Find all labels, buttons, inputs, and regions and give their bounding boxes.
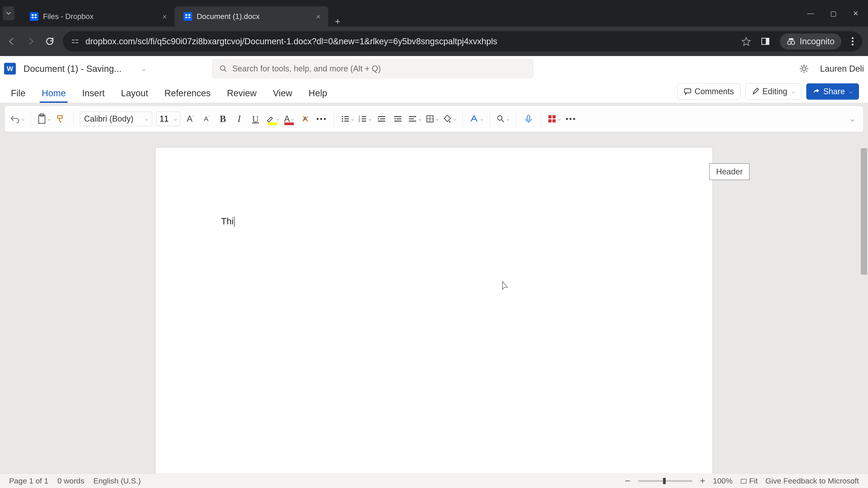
close-icon[interactable]: × [316, 12, 320, 21]
browser-tab-document[interactable]: Document (1).docx × [175, 6, 328, 27]
chevron-down-icon: ⌵ [792, 89, 795, 94]
incognito-badge[interactable]: Incognito [780, 33, 841, 50]
shrink-font-button[interactable]: Aˇ [200, 111, 213, 126]
url-text: dropbox.com/scl/fi/q5c90i07zi8bxargtcvoj… [86, 37, 497, 46]
paste-button[interactable]: ⌵ [37, 111, 51, 126]
tab-help[interactable]: Help [307, 85, 329, 103]
browser-menu-icon[interactable] [851, 37, 854, 46]
document-title[interactable]: Document (1) - Saving... [24, 64, 122, 74]
zoom-level[interactable]: 100% [713, 477, 733, 485]
tab-layout[interactable]: Layout [119, 85, 150, 103]
share-button[interactable]: Share ⌵ [806, 84, 859, 100]
comments-label: Comments [694, 87, 734, 96]
page-count[interactable]: Page 1 of 1 [9, 477, 49, 485]
word-online-app: W Document (1) - Saving... ⌵ Search for … [0, 56, 868, 474]
reload-button[interactable] [44, 35, 56, 47]
editing-mode-button[interactable]: Editing ⌵ [745, 84, 801, 100]
italic-button[interactable]: I [233, 111, 245, 126]
styles-button[interactable]: ⌵ [469, 111, 483, 126]
header-region-label[interactable]: Header [709, 163, 749, 180]
word-icon[interactable]: W [4, 63, 16, 74]
bold-button[interactable]: B [217, 111, 229, 126]
zoom-in-button[interactable]: + [700, 476, 705, 486]
site-settings-icon[interactable] [71, 37, 79, 45]
number-list-button[interactable]: 123⌵ [358, 111, 371, 126]
minimize-button[interactable]: — [807, 9, 814, 18]
grow-font-button[interactable]: Aˆ [184, 111, 196, 126]
close-window-button[interactable]: ✕ [853, 9, 859, 18]
maximize-button[interactable]: ▢ [830, 9, 837, 18]
svg-point-9 [852, 40, 854, 42]
format-painter-button[interactable] [55, 111, 67, 126]
svg-point-12 [802, 67, 806, 70]
designer-button[interactable]: ⌵ [548, 111, 561, 126]
back-button[interactable] [6, 35, 18, 47]
font-color-button[interactable]: A⌵ [283, 111, 295, 126]
bullet-list-button[interactable]: ⌵ [341, 111, 354, 126]
ribbon-tabs: File Home Insert Layout References Revie… [0, 81, 868, 103]
tab-home[interactable]: Home [40, 85, 68, 103]
underline-button[interactable]: U [249, 111, 261, 126]
find-button[interactable]: ⌵ [496, 111, 509, 126]
side-panel-icon[interactable] [761, 37, 770, 46]
collapse-ribbon-button[interactable]: ⌵ [846, 111, 858, 126]
document-canvas[interactable]: Header Thi [0, 135, 868, 474]
language-status[interactable]: English (U.S.) [93, 477, 141, 485]
tab-references[interactable]: References [162, 85, 213, 103]
new-tab-button[interactable]: + [328, 17, 347, 27]
more-font-button[interactable]: ••• [315, 111, 328, 126]
fit-button[interactable]: Fit [740, 477, 758, 485]
font-size-select[interactable]: 11⌵ [156, 111, 180, 126]
svg-rect-5 [766, 38, 769, 44]
tab-view[interactable]: View [271, 85, 294, 103]
align-button[interactable]: ⌵ [408, 111, 421, 126]
forward-button[interactable] [25, 35, 37, 47]
shading-button[interactable]: ⌵ [443, 111, 456, 126]
comments-button[interactable]: Comments [677, 84, 741, 100]
svg-rect-43 [548, 119, 552, 123]
tab-file[interactable]: File [9, 85, 27, 103]
more-commands-button[interactable]: ••• [565, 111, 577, 126]
incognito-icon [786, 37, 796, 46]
search-box[interactable]: Search for tools, help, and more (Alt + … [212, 59, 533, 78]
zoom-slider[interactable] [638, 480, 692, 482]
document-page[interactable]: Header Thi [155, 147, 713, 474]
title-chevron-icon[interactable]: ⌵ [142, 65, 146, 72]
tab-review[interactable]: Review [225, 85, 258, 103]
decrease-indent-button[interactable] [375, 111, 388, 126]
increase-indent-button[interactable] [392, 111, 404, 126]
dictate-button[interactable] [522, 111, 535, 126]
zoom-out-button[interactable]: − [625, 476, 630, 486]
svg-rect-26 [362, 119, 366, 119]
word-count[interactable]: 0 words [57, 477, 84, 485]
document-body-text[interactable]: Thi [221, 216, 235, 227]
tab-title: Files - Dropbox [43, 12, 158, 21]
vertical-scrollbar[interactable] [861, 148, 867, 275]
bookmark-star-icon[interactable] [741, 37, 751, 46]
tab-search-button[interactable] [3, 6, 14, 20]
zoom-thumb[interactable] [663, 478, 666, 484]
browser-tab-files[interactable]: Files - Dropbox × [21, 6, 175, 27]
browser-tab-strip: Files - Dropbox × Document (1).docx × + … [0, 0, 868, 27]
tab-insert[interactable]: Insert [80, 85, 106, 103]
svg-rect-33 [397, 119, 401, 119]
svg-rect-29 [378, 116, 385, 117]
feedback-link[interactable]: Give Feedback to Microsoft [765, 477, 859, 485]
dropbox-icon [184, 12, 192, 21]
borders-button[interactable]: ⌵ [426, 111, 439, 126]
font-family-select[interactable]: Calibri (Body)⌵ [80, 111, 152, 126]
user-name[interactable]: Lauren Deli [820, 64, 864, 74]
svg-rect-31 [378, 121, 385, 122]
gear-icon[interactable] [799, 64, 809, 74]
address-bar[interactable]: dropbox.com/scl/fi/q5c90i07zi8bxargtcvoj… [63, 31, 862, 52]
undo-button[interactable]: ⌵ [10, 111, 24, 126]
text-cursor [234, 217, 235, 227]
close-icon[interactable]: × [162, 12, 167, 21]
tab-title: Document (1).docx [197, 12, 311, 21]
highlight-button[interactable]: ⌵ [266, 111, 279, 126]
svg-rect-20 [344, 119, 349, 119]
clear-format-button[interactable]: A [299, 111, 311, 126]
svg-rect-41 [548, 115, 552, 119]
editing-label: Editing [763, 87, 787, 96]
svg-point-17 [342, 116, 343, 117]
